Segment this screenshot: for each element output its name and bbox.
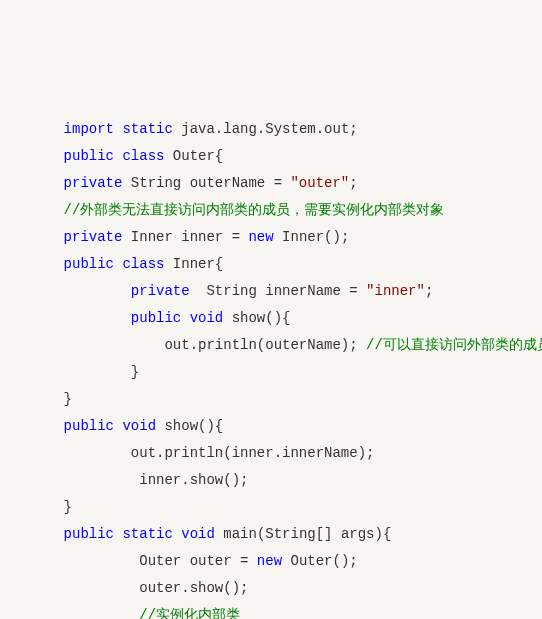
code-line: public void show(){ xyxy=(0,413,542,440)
token-plain: Inner(); xyxy=(274,229,350,245)
token-plain xyxy=(131,607,139,619)
indent xyxy=(30,553,131,569)
token-kw: private xyxy=(64,175,123,191)
token-plain xyxy=(181,310,189,326)
token-plain: show(){ xyxy=(156,418,223,434)
token-kw: public xyxy=(131,310,181,326)
indent xyxy=(30,337,164,353)
indent xyxy=(30,580,131,596)
token-plain: } xyxy=(64,391,72,407)
token-kw: class xyxy=(122,256,164,272)
token-plain: Inner inner = xyxy=(122,229,248,245)
code-line: public class Outer{ xyxy=(0,143,542,170)
token-kw: public xyxy=(64,418,114,434)
token-kw: import xyxy=(64,121,114,137)
code-line: } xyxy=(0,386,542,413)
token-plain: Outer outer = xyxy=(131,553,257,569)
indent xyxy=(30,121,64,137)
token-plain: show(){ xyxy=(223,310,290,326)
code-line: } xyxy=(0,494,542,521)
code-line: public void show(){ xyxy=(0,305,542,332)
token-plain: ; xyxy=(425,283,433,299)
token-plain: } xyxy=(131,364,139,380)
indent xyxy=(30,175,64,191)
indent xyxy=(30,418,64,434)
token-plain: inner.show(); xyxy=(131,472,249,488)
code-line: public static void main(String[] args){ xyxy=(0,521,542,548)
code-line: private Inner inner = new Inner(); xyxy=(0,224,542,251)
code-line: public class Inner{ xyxy=(0,251,542,278)
indent xyxy=(30,499,64,515)
code-line: out.println(inner.innerName); xyxy=(0,440,542,467)
token-kw: void xyxy=(190,310,224,326)
token-plain: out.println(outerName); xyxy=(164,337,366,353)
token-plain: Outer(); xyxy=(282,553,358,569)
token-cmt: //可以直接访问外部类的成员 xyxy=(366,337,542,353)
token-plain: String innerName = xyxy=(190,283,366,299)
code-line: //实例化内部类 xyxy=(0,602,542,619)
token-kw: static xyxy=(122,526,172,542)
indent xyxy=(30,310,131,326)
token-str: "inner" xyxy=(366,283,425,299)
token-kw: private xyxy=(64,229,123,245)
token-str: "outer" xyxy=(290,175,349,191)
token-cmt: //实例化内部类 xyxy=(139,607,240,619)
token-plain: java.lang.System.out; xyxy=(173,121,358,137)
indent xyxy=(30,472,131,488)
token-kw: void xyxy=(122,418,156,434)
indent xyxy=(30,526,64,542)
token-plain: outer.show(); xyxy=(131,580,249,596)
indent xyxy=(30,202,64,218)
token-plain: } xyxy=(64,499,72,515)
indent xyxy=(30,607,131,619)
code-line: import static java.lang.System.out; xyxy=(0,116,542,143)
token-plain: main(String[] args){ xyxy=(215,526,391,542)
token-plain: ; xyxy=(349,175,357,191)
token-kw: new xyxy=(257,553,282,569)
code-block: import static java.lang.System.out; publ… xyxy=(0,116,542,619)
indent xyxy=(30,364,131,380)
indent xyxy=(30,445,131,461)
indent xyxy=(30,229,64,245)
token-plain: out.println(inner.innerName); xyxy=(131,445,375,461)
token-kw: class xyxy=(122,148,164,164)
token-kw: static xyxy=(122,121,172,137)
token-kw: void xyxy=(181,526,215,542)
token-plain: Inner{ xyxy=(164,256,223,272)
token-kw: public xyxy=(64,148,114,164)
indent xyxy=(30,148,64,164)
code-line: private String innerName = "inner"; xyxy=(0,278,542,305)
token-kw: new xyxy=(248,229,273,245)
indent xyxy=(30,391,64,407)
token-kw: public xyxy=(64,256,114,272)
token-plain: Outer{ xyxy=(164,148,223,164)
code-line: //外部类无法直接访问内部类的成员，需要实例化内部类对象 xyxy=(0,197,542,224)
token-kw: public xyxy=(64,526,114,542)
code-line: } xyxy=(0,359,542,386)
indent xyxy=(30,256,64,272)
token-plain xyxy=(173,526,181,542)
code-line: inner.show(); xyxy=(0,467,542,494)
code-line: outer.show(); xyxy=(0,575,542,602)
token-kw: private xyxy=(131,283,190,299)
token-plain: String outerName = xyxy=(122,175,290,191)
code-line: private String outerName = "outer"; xyxy=(0,170,542,197)
code-line: out.println(outerName); //可以直接访问外部类的成员 xyxy=(0,332,542,359)
code-line: Outer outer = new Outer(); xyxy=(0,548,542,575)
token-cmt: //外部类无法直接访问内部类的成员，需要实例化内部类对象 xyxy=(64,202,445,218)
indent xyxy=(30,283,131,299)
